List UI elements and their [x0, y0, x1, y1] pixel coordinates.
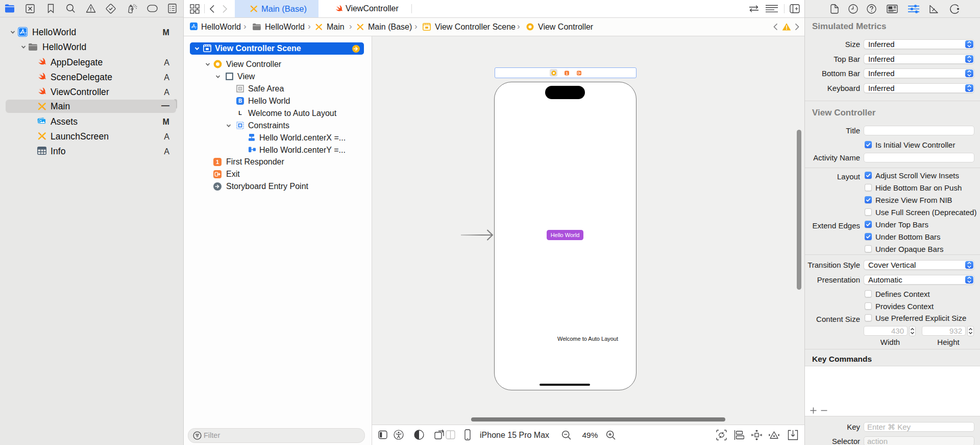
svg-text:1: 1 [566, 72, 568, 75]
svg-text:B: B [238, 98, 242, 104]
svg-text:1: 1 [216, 159, 219, 165]
svg-text:L: L [238, 110, 242, 116]
